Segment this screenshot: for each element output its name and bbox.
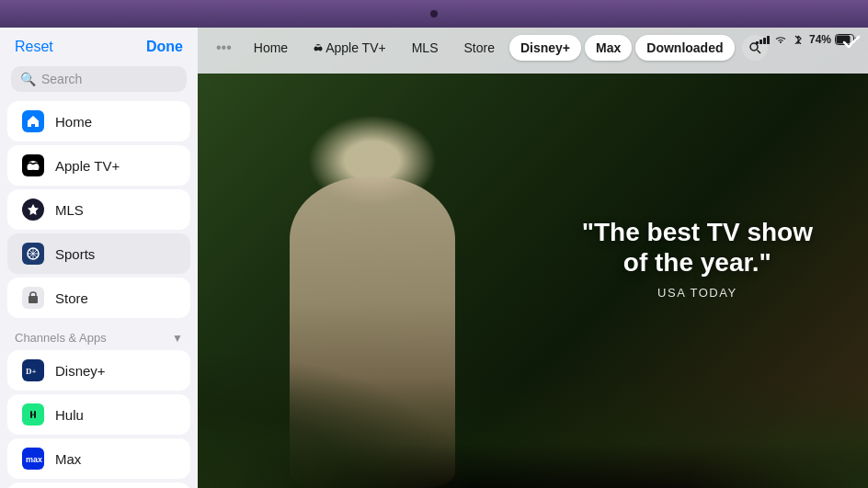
nav-item-mls[interactable]: MLS — [401, 35, 450, 61]
nav-item-home[interactable]: Home — [243, 35, 299, 61]
device-frame — [0, 0, 868, 28]
plants-right — [684, 396, 868, 488]
hero-quote-container: "The best TV showof the year." USA TODAY — [582, 216, 813, 299]
hero-quote-source: USA TODAY — [582, 286, 813, 300]
nav-item-max[interactable]: Max — [585, 35, 632, 61]
reset-button[interactable]: Reset — [15, 39, 53, 55]
sidebar-header: Reset Done — [0, 28, 198, 62]
sidebar-item-disney[interactable]: D+ Disney+ — [7, 350, 190, 391]
sports-icon — [22, 243, 44, 265]
signal-icon — [756, 35, 771, 44]
svg-rect-2 — [29, 296, 38, 303]
mls-icon — [22, 199, 44, 221]
bluetooth-icon — [791, 35, 805, 44]
sidebar-item-home[interactable]: Home — [7, 101, 190, 142]
sidebar-item-max-label: Max — [55, 451, 81, 467]
sidebar-item-sports[interactable]: Sports — [7, 233, 190, 274]
hulu-icon — [22, 403, 44, 426]
svg-rect-6 — [34, 411, 36, 418]
nav-item-disney[interactable]: Disney+ — [509, 35, 581, 61]
content-area: ••• Home Apple TV+ MLS Store Disney+ Max… — [198, 28, 868, 488]
svg-text:max: max — [26, 455, 42, 464]
sidebar: Reset Done 🔍 Search Home Apple TV+ — [0, 28, 198, 488]
search-placeholder: Search — [41, 72, 82, 86]
sidebar-item-appletv-label: Apple TV+ — [55, 158, 120, 174]
sidebar-item-hulu-label: Hulu — [55, 407, 84, 423]
svg-marker-0 — [28, 204, 39, 215]
search-bar[interactable]: 🔍 Search — [11, 66, 187, 92]
svg-rect-19 — [760, 40, 762, 44]
sidebar-item-home-label: Home — [55, 114, 92, 130]
store-icon — [22, 287, 44, 309]
channels-chevron-icon: ▼ — [172, 332, 183, 345]
nav-overflow-dots[interactable]: ••• — [209, 36, 239, 60]
sidebar-item-max[interactable]: max Max — [7, 438, 190, 479]
checkmark-button[interactable] — [842, 35, 861, 54]
disney-icon: D+ — [22, 359, 44, 381]
sidebar-item-store-label: Store — [55, 290, 88, 306]
sidebar-item-peacock[interactable]: Peacock — [7, 482, 190, 488]
sidebar-item-mls-label: MLS — [55, 202, 84, 218]
sidebar-item-disney-label: Disney+ — [55, 363, 106, 379]
home-icon — [22, 110, 44, 132]
channels-apps-title: Channels & Apps — [15, 331, 107, 345]
sidebar-item-appletv[interactable]: Apple TV+ — [7, 145, 190, 186]
nav-item-appletv[interactable]: Apple TV+ — [303, 35, 397, 61]
done-button[interactable]: Done — [146, 39, 183, 55]
max-icon: max — [22, 448, 44, 470]
battery-percent: 74% — [809, 33, 831, 46]
nav-item-store[interactable]: Store — [452, 35, 505, 61]
sidebar-item-sports-label: Sports — [55, 246, 95, 262]
search-icon: 🔍 — [20, 72, 36, 86]
nav-item-downloaded[interactable]: Downloaded — [635, 35, 734, 61]
sidebar-item-mls[interactable]: MLS — [7, 189, 190, 230]
svg-rect-21 — [767, 36, 770, 44]
svg-text:D+: D+ — [26, 367, 37, 376]
hero-quote-text: "The best TV showof the year." — [582, 216, 813, 278]
plants-left — [198, 350, 474, 488]
channels-apps-section-header[interactable]: Channels & Apps ▼ — [0, 320, 198, 348]
wifi-icon — [774, 35, 787, 44]
device-camera — [430, 10, 438, 17]
sidebar-item-store[interactable]: Store — [7, 278, 190, 318]
sidebar-item-hulu[interactable]: Hulu — [7, 394, 190, 435]
svg-rect-20 — [763, 38, 766, 44]
svg-rect-18 — [756, 41, 759, 44]
appletv-icon — [22, 154, 44, 176]
svg-rect-5 — [30, 411, 32, 418]
